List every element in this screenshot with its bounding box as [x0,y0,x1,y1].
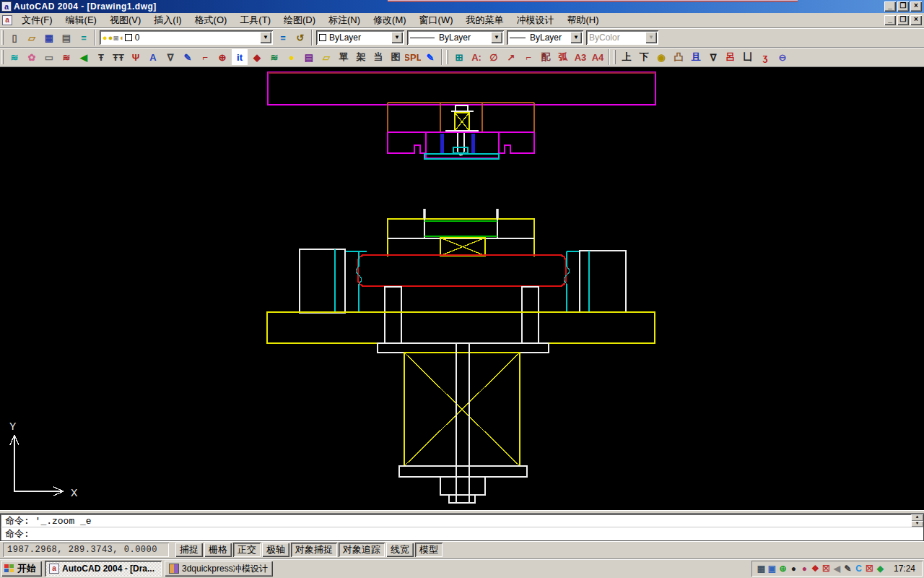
scroll-down-icon[interactable]: ▼ [911,521,923,527]
menu-item-6[interactable]: 绘图(D) [277,12,322,28]
sketch-pen-icon[interactable]: ✎ [180,49,196,65]
layer-previous-icon[interactable]: ↺ [292,30,308,46]
layer-on-bulb-icon[interactable]: ● [103,34,108,42]
scroll-up-icon[interactable]: ▲ [911,514,923,521]
blue-c-tray-icon[interactable]: C [853,564,864,574]
menu-item-2[interactable]: 视图(V) [103,12,147,28]
block-edit-icon[interactable]: 配 [538,49,554,65]
tray-tool-icon[interactable]: ▱ [318,49,334,65]
insert-arrow-icon[interactable]: ◀ [76,49,92,65]
layer-dropdown[interactable]: ●●◙◖ 0 ▼ [100,30,273,45]
blue-pencil-icon[interactable]: ✎ [422,49,438,65]
menu-item-0[interactable]: 文件(F) [15,12,59,28]
color-dropdown-arrow[interactable]: ▼ [391,32,403,43]
stylus-tray-icon[interactable]: ✎ [842,564,853,574]
it-tool-icon[interactable]: it [232,49,248,65]
double-pin-tool-icon[interactable]: ŦŦ [110,49,126,65]
start-button[interactable]: 开始 [1,561,42,577]
qq-penguin2-tray-icon[interactable]: ● [799,564,810,574]
layer-lock-icon[interactable]: ◙ [113,34,118,42]
spl-pl-icon[interactable]: SPL [405,49,421,65]
annotate-a-icon[interactable]: A: [468,49,484,65]
pin-tool-icon[interactable]: Ŧ [93,49,109,65]
menu-item-1[interactable]: 编辑(E) [59,12,103,28]
arc-tool-icon[interactable]: 弧 [555,49,571,65]
menu-item-8[interactable]: 修改(M) [367,12,413,28]
color-dropdown[interactable]: ByLayer ▼ [316,30,404,45]
linetype-dropdown-arrow[interactable]: ▼ [491,32,502,43]
flower-tool-icon[interactable]: ✿ [24,49,40,65]
layers-manager-icon[interactable]: ≡ [76,30,92,46]
toggle-lineweight[interactable]: 线宽 [386,543,414,557]
clamp-tool-icon[interactable]: Ψ [128,49,144,65]
blue-pillar-icon[interactable]: 且 [688,49,704,65]
menu-item-12[interactable]: 帮助(H) [561,12,606,28]
red-app-tray-icon[interactable]: ❖ [810,564,821,574]
save-icon[interactable]: ▦ [41,30,57,46]
layer-dropdown-arrow[interactable]: ▼ [260,32,271,43]
toggle-grid[interactable]: 栅格 [204,543,232,557]
layer-unlock-icon[interactable]: ◖ [119,34,124,42]
toggle-ortho[interactable]: 正交 [233,543,261,557]
sheet-stack-icon[interactable]: ≋ [6,49,22,65]
open-file-icon[interactable]: ▱ [24,30,40,46]
shield-tray-icon[interactable]: ◆ [875,564,886,574]
toolbar-grip[interactable] [1,30,4,45]
keyboard-tray-icon[interactable]: ▦ [756,564,767,574]
taskbar-task-autocad[interactable]: a AutoCAD 2004 - [Dra... [45,561,162,577]
layer-thaw-icon[interactable]: ● [108,34,113,42]
point-coordinate-icon[interactable]: ⊞ [451,49,467,65]
toolbar-grip[interactable] [446,50,448,64]
dan-tool-icon[interactable]: 單 [336,49,352,65]
app-restore-button[interactable]: ❐ [897,1,909,12]
center-target-icon[interactable]: ⊕ [214,49,230,65]
taskbar-task-3dquickpress[interactable]: 3dquickpress冲模设计 [165,561,273,577]
a4-paper-icon[interactable]: A4 [590,49,606,65]
menu-item-7[interactable]: 标注(N) [322,12,367,28]
toggle-snap[interactable]: 捕捉 [175,543,203,557]
toggle-osnap[interactable]: 对象捕捉 [291,543,337,557]
corner-dim-icon[interactable]: ⌐ [520,49,536,65]
green-stack-icon[interactable]: ≋ [266,49,282,65]
qq-penguin-tray-icon[interactable]: ● [788,564,799,574]
toolbar-grip[interactable] [614,50,616,64]
red-pillar-icon[interactable]: 呂 [723,49,738,65]
lineweight-dropdown[interactable]: ByLayer ▼ [507,30,583,45]
network-error-tray-icon[interactable]: ☒ [821,564,832,574]
print-icon[interactable]: ▤ [58,30,74,46]
screw-icon[interactable]: ⊖ [775,49,790,65]
menu-item-5[interactable]: 工具(T) [233,12,277,28]
make-object-layer-current-icon[interactable]: ≡ [275,30,291,46]
probe-tool-icon[interactable]: ⌐ [197,49,213,65]
network-tray-icon[interactable]: ▣ [767,564,777,574]
book-tool-icon[interactable]: ▤ [301,49,317,65]
toolbar-grip[interactable] [1,50,4,64]
command-input-line[interactable]: 命令: [5,527,30,540]
die-shoe-icon[interactable]: 凵 [740,49,756,65]
press-machine-icon[interactable]: ◆ [249,49,265,65]
diameter-icon[interactable]: ∅ [486,49,502,65]
green-plus-tray-icon[interactable]: ⊕ [777,564,788,574]
volume-tray-icon[interactable]: ◀ [832,564,842,574]
jia-tool-icon[interactable]: 架 [353,49,369,65]
quadrant-target-icon[interactable]: ◉ [653,49,669,65]
text-frame-tool-icon[interactable]: A [145,49,161,65]
menu-item-4[interactable]: 格式(O) [188,12,234,28]
drawing-canvas[interactable]: Y X [0,67,924,510]
menu-item-11[interactable]: 冲模设计 [510,12,561,28]
lower-die-icon[interactable]: 下 [636,49,652,65]
linetype-dropdown[interactable]: ByLayer ▼ [407,30,504,45]
funnel-tool-icon[interactable]: ∇ [162,49,178,65]
drawing-doc-icon[interactable]: a [2,15,12,25]
command-scrollbar[interactable]: ▲ ▼ [911,514,923,527]
red-stack-icon[interactable]: ≋ [58,49,74,65]
menu-item-3[interactable]: 插入(I) [147,12,188,28]
image-tool-icon[interactable]: 图 [388,49,404,65]
doc-minimize-button[interactable]: _ [884,15,896,25]
new-file-icon[interactable]: ▯ [6,30,22,46]
toggle-polar[interactable]: 极轴 [262,543,289,557]
bulb-tool-icon[interactable]: ● [284,49,300,65]
toggle-otrack[interactable]: 对象追踪 [339,543,385,557]
doc-restore-button[interactable]: ❐ [897,15,909,25]
toggle-model[interactable]: 模型 [415,543,443,557]
